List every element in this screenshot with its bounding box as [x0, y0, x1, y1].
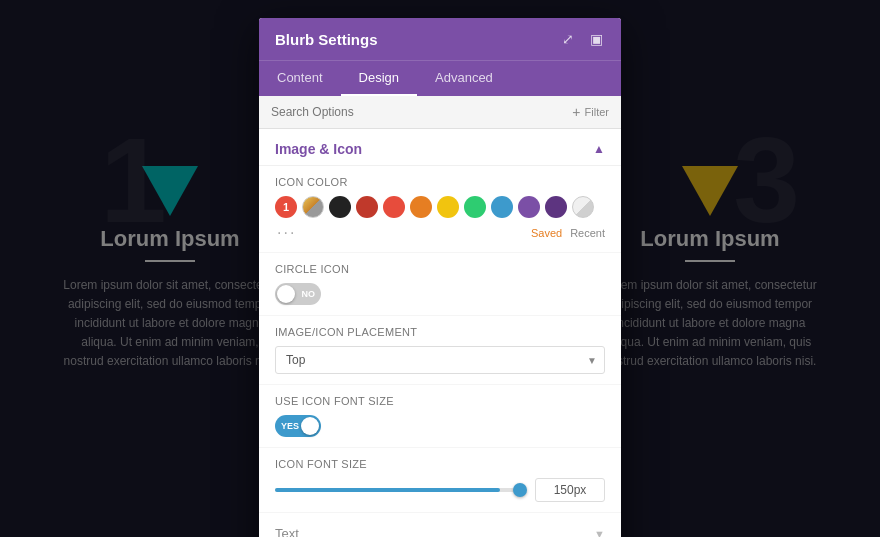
- color-swatch-black[interactable]: [329, 196, 351, 218]
- color-swatch-row: 1: [275, 196, 605, 218]
- modal-body: Image & Icon ▲ Icon Color 1 ···: [259, 129, 621, 537]
- color-swatch-numbered[interactable]: 1: [275, 196, 297, 218]
- image-placement-select-wrap: Top Left Right Bottom ▼: [275, 346, 605, 374]
- image-placement-label: Image/Icon Placement: [275, 326, 605, 338]
- use-icon-font-size-field: Use Icon Font Size YES: [259, 385, 621, 448]
- toggle-yes-label: YES: [281, 421, 299, 431]
- font-size-slider-thumb[interactable]: [513, 483, 527, 497]
- modal-tabs: Content Design Advanced: [259, 60, 621, 96]
- filter-plus-icon: +: [572, 104, 580, 120]
- icon-color-field: Icon Color 1 ··· Saved Recent: [259, 166, 621, 253]
- circle-icon-label: Circle Icon: [275, 263, 605, 275]
- circle-icon-toggle[interactable]: NO: [275, 283, 321, 305]
- image-placement-select[interactable]: Top Left Right Bottom: [275, 346, 605, 374]
- color-swatch-darkpurple[interactable]: [545, 196, 567, 218]
- tab-content[interactable]: Content: [259, 61, 341, 96]
- recent-link[interactable]: Recent: [570, 227, 605, 239]
- color-swatch-orange[interactable]: [410, 196, 432, 218]
- filter-button[interactable]: + Filter: [572, 104, 609, 120]
- font-size-slider-row: 150px: [275, 478, 605, 502]
- color-swatch-green[interactable]: [464, 196, 486, 218]
- fullscreen-icon[interactable]: ⤢: [559, 30, 577, 48]
- image-icon-chevron: ▲: [593, 142, 605, 156]
- color-swatch-red[interactable]: [383, 196, 405, 218]
- text-section-chevron: ▼: [594, 528, 605, 538]
- icon-font-size-label: Icon Font Size: [275, 458, 605, 470]
- sidebar-icon[interactable]: ▣: [587, 30, 605, 48]
- color-swatch-darkred[interactable]: [356, 196, 378, 218]
- filter-label: Filter: [585, 106, 609, 118]
- modal-title: Blurb Settings: [275, 31, 378, 48]
- search-bar: + Filter: [259, 96, 621, 129]
- swatch-links: Saved Recent: [531, 227, 605, 239]
- font-size-input[interactable]: 150px: [535, 478, 605, 502]
- blurb-settings-modal: Blurb Settings ⤢ ▣ Content Design Advanc…: [259, 18, 621, 537]
- toggle-no-knob: [277, 285, 295, 303]
- tab-advanced[interactable]: Advanced: [417, 61, 511, 96]
- search-input[interactable]: [271, 105, 572, 119]
- color-swatch-purple[interactable]: [518, 196, 540, 218]
- image-icon-section-header[interactable]: Image & Icon ▲: [259, 129, 621, 166]
- color-swatch-pattern[interactable]: [572, 196, 594, 218]
- saved-link[interactable]: Saved: [531, 227, 562, 239]
- color-swatch-blue[interactable]: [491, 196, 513, 218]
- more-colors-dots[interactable]: ···: [275, 224, 298, 242]
- font-size-slider-fill: [275, 488, 500, 492]
- tab-design[interactable]: Design: [341, 61, 417, 96]
- image-placement-field: Image/Icon Placement Top Left Right Bott…: [259, 316, 621, 385]
- image-icon-title: Image & Icon: [275, 141, 362, 157]
- toggle-yes-knob: [301, 417, 319, 435]
- font-size-slider-track: [275, 488, 525, 492]
- text-section-title: Text: [275, 526, 299, 537]
- toggle-no-label: NO: [302, 289, 316, 299]
- text-section[interactable]: Text ▼: [259, 513, 621, 537]
- modal-header: Blurb Settings ⤢ ▣: [259, 18, 621, 60]
- use-icon-font-size-toggle[interactable]: YES: [275, 415, 321, 437]
- icon-font-size-field: Icon Font Size 150px: [259, 448, 621, 513]
- color-swatch-yellow[interactable]: [437, 196, 459, 218]
- icon-color-label: Icon Color: [275, 176, 605, 188]
- color-swatch-custom[interactable]: [302, 196, 324, 218]
- circle-icon-field: Circle Icon NO: [259, 253, 621, 316]
- use-icon-font-size-label: Use Icon Font Size: [275, 395, 605, 407]
- modal-header-icons: ⤢ ▣: [559, 30, 605, 48]
